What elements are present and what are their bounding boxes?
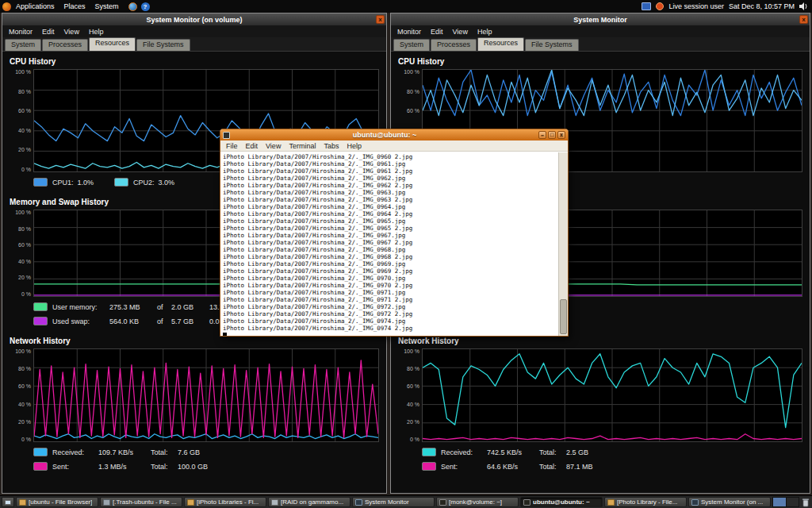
- right-monitor-title: System Monitor: [573, 16, 627, 24]
- terminal-text: iPhoto Library/Data/2007/Hiroshima_2/._I…: [223, 153, 558, 332]
- user-memory-swatch: [33, 302, 48, 311]
- user-memory-label: User memory:: [52, 303, 109, 311]
- network-history-section: Network History 100 %80 %60 %40 %20 %0 %…: [10, 337, 379, 471]
- terminal-app-icon: [223, 132, 230, 139]
- right-monitor-tabbar: System Processes Resources File Systems: [391, 37, 810, 52]
- terminal-menubar: File Edit View Terminal Tabs Help: [220, 140, 568, 152]
- cpu1-label: CPU1:: [52, 179, 74, 187]
- tab-system[interactable]: System: [393, 39, 430, 51]
- menu-terminal[interactable]: Terminal: [285, 142, 320, 150]
- tab-resources[interactable]: Resources: [89, 37, 136, 51]
- taskbar-button-raid[interactable]: [RAID on gammamo...: [268, 497, 350, 507]
- tab-system[interactable]: System: [5, 39, 41, 51]
- received-total-label: Total:: [539, 448, 566, 456]
- menu-help[interactable]: Help: [84, 27, 109, 37]
- memory-y-axis-labels: 100 %80 %60 %40 %20 %0 %: [10, 210, 33, 297]
- menu-edit[interactable]: Edit: [426, 27, 448, 37]
- menu-system[interactable]: System: [90, 0, 124, 13]
- taskbar-button-system-monitor[interactable]: System Monitor: [352, 497, 435, 507]
- network-monitor-icon[interactable]: [642, 2, 651, 10]
- right-monitor-titlebar[interactable]: System Monitor x: [391, 13, 810, 25]
- tab-processes[interactable]: Processes: [431, 39, 477, 51]
- received-legend-row: Received: 109.7 KB/s Total: 7.6 GB: [33, 448, 379, 456]
- terminal-titlebar[interactable]: ubuntu@ubuntu: ~ – □ x: [220, 129, 568, 140]
- monitor-icon: [691, 499, 699, 506]
- received-legend-row: Received: 742.5 KB/s Total: 2.5 GB: [422, 448, 802, 456]
- terminal-output[interactable]: iPhoto Library/Data/2007/Hiroshima_2/._I…: [220, 152, 558, 336]
- received-total: 7.6 GB: [178, 448, 219, 456]
- menu-edit[interactable]: Edit: [37, 27, 59, 37]
- menu-view[interactable]: View: [59, 27, 84, 37]
- terminal-icon: [439, 499, 446, 506]
- menu-places-label: Places: [64, 2, 86, 10]
- cpu1-value: 1.0%: [78, 179, 94, 187]
- received-swatch: [422, 448, 436, 456]
- menu-help[interactable]: Help: [343, 142, 366, 150]
- menu-view[interactable]: View: [448, 27, 473, 37]
- cpu2-value: 3.0%: [159, 179, 175, 187]
- terminal-scrollbar[interactable]: [558, 152, 568, 336]
- taskbar-button-ubuntu-terminal[interactable]: ubuntu@ubuntu: ~: [520, 497, 603, 507]
- menu-file[interactable]: File: [222, 142, 242, 150]
- volume-icon[interactable]: [799, 2, 809, 10]
- workspace-1[interactable]: [773, 498, 786, 506]
- tab-file-systems[interactable]: File Systems: [136, 39, 190, 51]
- cpu-y-axis-labels: 100 %80 %60 %40 %20 %0 %: [10, 69, 33, 172]
- minimize-icon[interactable]: –: [538, 131, 546, 139]
- menu-places[interactable]: Places: [59, 0, 90, 13]
- taskbar-button-photo-library[interactable]: [Photo Library - File...: [604, 497, 687, 507]
- update-notifier-icon[interactable]: [656, 2, 664, 10]
- tab-processes[interactable]: Processes: [42, 39, 88, 51]
- received-label: Received:: [441, 448, 487, 456]
- taskbar-button-iphoto-libraries[interactable]: [iPhoto Libraries - Fi...: [184, 497, 266, 507]
- menu-help[interactable]: Help: [473, 27, 497, 37]
- terminal-cursor: [223, 333, 227, 336]
- help-launcher-icon[interactable]: ?: [141, 2, 150, 11]
- menu-edit[interactable]: Edit: [242, 142, 262, 150]
- sent-value: 1.3 MB/s: [98, 463, 151, 471]
- workspace-2[interactable]: [786, 498, 799, 506]
- cpu1-swatch: [33, 178, 48, 187]
- clock[interactable]: Sat Dec 8, 10:57 PM: [729, 2, 795, 10]
- menu-tabs[interactable]: Tabs: [320, 142, 343, 150]
- menu-monitor[interactable]: Monitor: [393, 27, 426, 37]
- user-memory-value: 275.3 MB: [109, 303, 157, 311]
- folder-icon: [19, 499, 26, 506]
- close-icon[interactable]: x: [799, 15, 808, 24]
- taskbar-button-file-browser[interactable]: [ubuntu - File Browser]: [16, 497, 98, 507]
- sent-swatch: [33, 462, 48, 471]
- used-swap-value: 564.0 KB: [109, 318, 157, 325]
- close-icon[interactable]: x: [557, 131, 565, 139]
- sent-swatch: [422, 462, 436, 471]
- cpu-history-title: CPU History: [10, 57, 379, 66]
- taskbar-button-monk-terminal[interactable]: [monk@volume: ~]: [436, 497, 519, 507]
- menu-view[interactable]: View: [262, 142, 285, 150]
- workspace-switcher[interactable]: [772, 497, 799, 507]
- trash-applet-icon[interactable]: [801, 497, 810, 507]
- used-swap-of: of: [157, 318, 171, 325]
- taskbar-button-trash[interactable]: [.Trash-ubuntu - File ...: [100, 497, 182, 507]
- used-swap-label: Used swap:: [52, 318, 109, 325]
- maximize-icon[interactable]: □: [548, 131, 556, 139]
- folder-icon: [607, 499, 615, 506]
- scrollbar-thumb[interactable]: [560, 299, 567, 334]
- show-desktop-button[interactable]: [2, 497, 14, 507]
- terminal-icon: [523, 499, 530, 506]
- sent-total-label: Total:: [151, 463, 178, 471]
- taskbar-button-system-monitor-volume[interactable]: System Monitor (on ...: [688, 497, 771, 507]
- left-monitor-titlebar[interactable]: System Monitor (on volume) x: [2, 13, 386, 25]
- terminal-title: ubuntu@ubuntu: ~: [232, 131, 537, 139]
- user-switcher[interactable]: Live session user: [668, 2, 724, 10]
- network-history-title: Network History: [10, 337, 379, 345]
- cpu2-legend-item: CPU2: 3.0%: [114, 178, 174, 187]
- menu-applications[interactable]: Applications: [11, 0, 59, 13]
- ubuntu-logo-icon: [2, 2, 11, 11]
- drive-icon: [271, 499, 278, 506]
- network-y-axis-labels: 100 %80 %60 %40 %20 %0 %: [398, 348, 422, 442]
- menu-monitor[interactable]: Monitor: [4, 27, 37, 37]
- firefox-launcher-icon[interactable]: [128, 2, 137, 11]
- tab-resources[interactable]: Resources: [477, 37, 524, 51]
- menu-system-label: System: [95, 2, 119, 10]
- close-icon[interactable]: x: [376, 15, 385, 24]
- tab-file-systems[interactable]: File Systems: [525, 39, 579, 51]
